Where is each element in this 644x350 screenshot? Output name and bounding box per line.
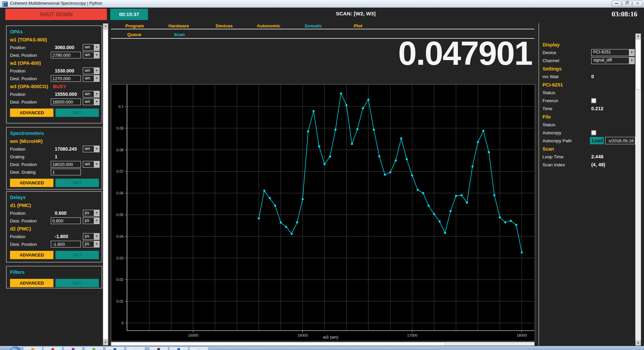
taskbar-app-button[interactable] (23, 347, 42, 350)
menu-item-plot[interactable]: Plot (336, 23, 380, 28)
taskbar-app-button[interactable] (43, 347, 62, 350)
autocopy-path-input[interactable] (605, 137, 635, 144)
set-button[interactable]: SET (55, 279, 99, 287)
dest-position-input[interactable] (51, 52, 81, 58)
tab-queue[interactable]: Queue (113, 32, 156, 37)
taskbar-app-button[interactable] (126, 347, 145, 350)
dest-position-input[interactable] (51, 169, 81, 175)
channel-select[interactable]: signal_diff▼ (591, 57, 635, 64)
dest-position-input[interactable] (51, 75, 81, 82)
units-select-value: wn (83, 52, 94, 58)
module-filters: FiltersADVANCEDSET (6, 266, 102, 289)
units-select[interactable]: wn▼ (83, 161, 100, 168)
chevron-down-icon[interactable]: ▼ (94, 68, 99, 74)
taskbar-app-button[interactable] (84, 347, 104, 350)
dest-position-input[interactable] (51, 217, 81, 224)
taskbar-app-button[interactable] (189, 347, 208, 350)
dest-position-input[interactable] (51, 161, 81, 168)
scroll-down-icon[interactable]: ▼ (635, 341, 641, 346)
status-badge: BUSY (53, 84, 66, 89)
sidebar-scrollbar[interactable]: ▲ ▼ (103, 23, 108, 345)
units-select[interactable]: wn▼ (83, 52, 100, 58)
chevron-down-icon[interactable]: ▼ (629, 57, 634, 64)
close-button[interactable]: ✕ (632, 1, 643, 7)
units-select[interactable]: wn▼ (83, 75, 100, 82)
dest-position-input[interactable] (51, 99, 81, 105)
tab-scan[interactable]: Scan (158, 32, 201, 37)
taskbar-app-button[interactable] (105, 347, 125, 350)
units-select[interactable]: ps▼ (83, 210, 100, 216)
menu-item-somatic[interactable]: Somatic (292, 23, 335, 28)
scroll-up-icon[interactable]: ▲ (103, 23, 108, 29)
channel-select-value: signal_diff (592, 57, 629, 64)
value-readout: (4, 49) (591, 162, 605, 167)
settings-row: Channelsignal_diff▼ (542, 57, 636, 65)
device-select[interactable]: PCI-6251▼ (591, 49, 635, 56)
units-select[interactable]: wn▼ (83, 44, 100, 51)
minimize-button[interactable] (612, 1, 622, 7)
scrollbar-thumb[interactable] (103, 29, 108, 339)
units-select[interactable]: ps▼ (83, 217, 100, 224)
chevron-down-icon[interactable]: ▼ (94, 52, 99, 58)
chevron-down-icon[interactable]: ▼ (94, 241, 99, 247)
module-buttons: ADVANCEDSET (10, 109, 98, 117)
load-button[interactable]: Load (590, 137, 604, 144)
advanced-button[interactable]: ADVANCED (10, 251, 53, 259)
minimize-icon (615, 3, 618, 4)
chevron-down-icon[interactable]: ▼ (94, 210, 99, 216)
set-button[interactable]: SET (55, 251, 99, 259)
menu-item-hardware[interactable]: Hardware (157, 23, 200, 28)
taskbar-app-button[interactable] (63, 347, 83, 350)
units-select[interactable]: wn▼ (83, 146, 100, 152)
chevron-down-icon[interactable]: ▼ (94, 99, 99, 105)
scan-plot[interactable]: 00.010.020.030.040.050.060.070.080.090.1… (111, 84, 535, 341)
set-button[interactable]: SET (55, 109, 99, 117)
chevron-down-icon[interactable]: ▼ (629, 49, 634, 56)
row-label: Channel (542, 58, 559, 63)
row-label: Dest. Grating (10, 170, 36, 175)
svg-text:0.08: 0.08 (117, 148, 124, 152)
scrollbar-thumb[interactable] (635, 39, 641, 90)
section-title-scan: Scan (542, 145, 636, 153)
shutdown-button[interactable]: SHUT DOWN (5, 9, 107, 20)
app-icon (93, 348, 95, 350)
chevron-down-icon[interactable]: ▼ (94, 75, 99, 81)
units-select-value: wn (83, 161, 94, 167)
chevron-down-icon[interactable]: ▼ (94, 146, 99, 152)
chevron-down-icon[interactable]: ▼ (94, 44, 99, 50)
units-select-value: ps (83, 218, 94, 224)
units-select[interactable]: wn▼ (83, 91, 100, 98)
menu-item-program[interactable]: Program (113, 23, 156, 28)
device-row: Dest. Grating (10, 169, 98, 176)
freerun-checkbox[interactable] (591, 98, 596, 103)
scroll-down-icon[interactable]: ▼ (103, 340, 108, 345)
units-select[interactable]: wn▼ (83, 99, 100, 105)
units-select[interactable]: wn▼ (83, 67, 100, 74)
row-label: Position (10, 92, 25, 97)
chevron-down-icon[interactable]: ▼ (94, 91, 99, 97)
chevron-down-icon[interactable]: ▼ (94, 161, 99, 167)
chevron-down-icon[interactable]: ▼ (94, 233, 99, 239)
units-select[interactable]: ps▼ (83, 241, 100, 247)
title-bar[interactable]: Coherent Multidimensional Spectroscopy |… (0, 0, 644, 8)
taskbar-app-button[interactable] (149, 347, 168, 350)
windows-taskbar[interactable] (0, 346, 644, 350)
row-label: Position (10, 234, 25, 239)
svg-text:0.09: 0.09 (117, 126, 124, 130)
restore-button[interactable] (622, 1, 632, 7)
menu-item-devices[interactable]: Devices (202, 23, 246, 28)
taskbar-app-button[interactable] (169, 347, 188, 350)
chevron-down-icon[interactable]: ▼ (94, 218, 99, 224)
scroll-up-icon[interactable]: ▲ (635, 33, 641, 39)
set-button[interactable]: SET (55, 179, 99, 187)
right-panel-scrollbar[interactable]: ▲ ▼ (635, 33, 641, 346)
advanced-button[interactable]: ADVANCED (10, 279, 53, 287)
device-row: Dest. Positionps▼ (10, 241, 98, 248)
dest-position-input[interactable] (51, 241, 81, 247)
autocopy-checkbox[interactable] (591, 130, 596, 135)
advanced-button[interactable]: ADVANCED (10, 179, 53, 187)
advanced-button[interactable]: ADVANCED (10, 109, 53, 117)
start-button[interactable] (9, 347, 21, 350)
units-select[interactable]: ps▼ (83, 233, 100, 240)
menu-item-autonomic[interactable]: Autonomic (247, 23, 290, 28)
